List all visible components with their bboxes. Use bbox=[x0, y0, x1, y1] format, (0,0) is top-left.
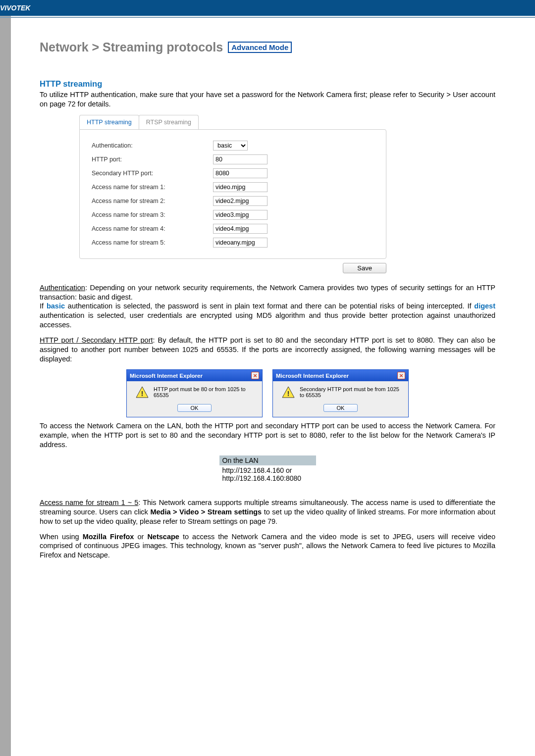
close-icon[interactable]: × bbox=[251, 372, 259, 379]
lan-url-1: http://192.168.4.160 or bbox=[222, 466, 313, 474]
stream3-input[interactable] bbox=[213, 210, 268, 220]
access-lead: Access name for stream 1 ~ 5 bbox=[40, 499, 138, 506]
warning-icon: ! bbox=[136, 386, 149, 398]
stream3-label: Access name for stream 3: bbox=[92, 211, 213, 218]
page-title: Network > Streaming protocols bbox=[40, 40, 223, 54]
brand-header: VIVOTEK bbox=[0, 0, 535, 16]
secondary-http-port-label: Secondary HTTP port: bbox=[92, 170, 213, 177]
ok-button[interactable]: OK bbox=[323, 404, 358, 412]
stream1-input[interactable] bbox=[213, 182, 268, 192]
authentication-label: Authentication: bbox=[92, 142, 213, 149]
stream2-input[interactable] bbox=[213, 196, 268, 206]
advanced-mode-badge: Advanced Mode bbox=[228, 42, 292, 53]
access-name-paragraph: Access name for stream 1 ~ 5: This Netwo… bbox=[40, 498, 495, 526]
lan-address-box: On the LAN http://192.168.4.160 or http:… bbox=[219, 455, 316, 483]
port-paragraph: HTTP port / Secondary HTTP port: By defa… bbox=[40, 336, 495, 364]
tab-rtsp-streaming[interactable]: RTSP streaming bbox=[139, 115, 199, 129]
intro-paragraph: To utilize HTTP authentication, make sur… bbox=[40, 90, 495, 109]
secondary-port-warning-dialog: Microsoft Internet Explorer × ! Secondar… bbox=[272, 369, 409, 417]
svg-text:!: ! bbox=[141, 389, 144, 398]
lan-url-2: http://192.168.4.160:8080 bbox=[222, 474, 313, 482]
digest-keyword: digest bbox=[474, 302, 495, 310]
auth-lead: Authentication bbox=[40, 284, 85, 292]
header-rule bbox=[0, 17, 535, 18]
authentication-select[interactable]: basic bbox=[213, 141, 248, 151]
media-path: Media > Video > Stream settings bbox=[150, 508, 262, 516]
stream1-label: Access name for stream 1: bbox=[92, 184, 213, 191]
http-streaming-panel: HTTP streaming RTSP streaming Authentica… bbox=[79, 115, 386, 273]
netscape-keyword: Netscape bbox=[147, 533, 179, 541]
stream2-label: Access name for stream 2: bbox=[92, 198, 213, 204]
port-lead: HTTP port / Secondary HTTP port bbox=[40, 336, 153, 344]
tab-http-streaming[interactable]: HTTP streaming bbox=[79, 115, 139, 129]
brand-name: VIVOTEK bbox=[0, 4, 30, 12]
dialog2-message: Secondary HTTP port must be from 1025 to… bbox=[300, 386, 403, 398]
title-row: Network > Streaming protocols Advanced M… bbox=[40, 40, 495, 54]
stream5-input[interactable] bbox=[213, 238, 268, 248]
tab-bar: HTTP streaming RTSP streaming bbox=[79, 115, 386, 129]
svg-text:!: ! bbox=[287, 389, 290, 398]
firefox-paragraph: When using Mozilla Firefox or Netscape t… bbox=[40, 532, 495, 560]
http-port-label: HTTP port: bbox=[92, 156, 213, 163]
dialog2-title: Microsoft Internet Explorer bbox=[276, 373, 349, 379]
close-icon[interactable]: × bbox=[397, 372, 405, 379]
warning-icon: ! bbox=[282, 386, 295, 398]
save-button[interactable]: Save bbox=[343, 263, 386, 273]
basic-keyword: basic bbox=[47, 302, 65, 310]
lan-head: On the LAN bbox=[219, 455, 316, 465]
firefox-keyword: Mozilla Firefox bbox=[83, 533, 134, 541]
ok-button[interactable]: OK bbox=[177, 404, 212, 412]
dialog1-message: HTTP port must be 80 or from 1025 to 655… bbox=[154, 386, 257, 398]
http-port-input[interactable] bbox=[213, 154, 268, 164]
stream4-label: Access name for stream 4: bbox=[92, 225, 213, 232]
form-panel: Authentication: basic HTTP port: Seconda… bbox=[79, 129, 386, 259]
dialog1-title: Microsoft Internet Explorer bbox=[130, 373, 203, 379]
warning-dialogs: Microsoft Internet Explorer × ! HTTP por… bbox=[40, 369, 495, 417]
authentication-paragraph: Authentication: Depending on your networ… bbox=[40, 283, 495, 330]
secondary-http-port-input[interactable] bbox=[213, 168, 268, 178]
stream4-input[interactable] bbox=[213, 224, 268, 234]
http-port-warning-dialog: Microsoft Internet Explorer × ! HTTP por… bbox=[126, 369, 263, 417]
stream5-label: Access name for stream 5: bbox=[92, 239, 213, 246]
lan-paragraph: To access the Network Camera on the LAN,… bbox=[40, 421, 495, 450]
section-heading-http-streaming: HTTP streaming bbox=[40, 79, 495, 89]
